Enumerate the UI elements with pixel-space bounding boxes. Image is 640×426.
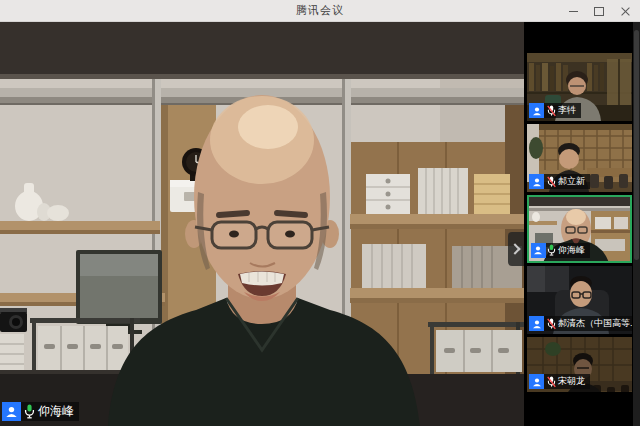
minimize-button[interactable] <box>560 0 586 22</box>
participant-3-name-tag: 仰海峰 <box>531 243 590 258</box>
minimize-icon <box>569 11 578 12</box>
chevron-right-icon <box>509 243 520 254</box>
main-video-scene <box>0 22 524 426</box>
person-icon <box>529 316 544 331</box>
mic-muted-icon <box>547 105 556 117</box>
person-icon <box>531 243 546 258</box>
main-video-tile[interactable]: 仰海峰 <box>0 22 524 426</box>
person-icon <box>529 374 544 389</box>
mic-muted-icon <box>547 176 556 188</box>
person-icon <box>2 402 21 421</box>
sidebar-scrollbar-thumb[interactable] <box>634 30 639 260</box>
maximize-icon <box>594 7 604 16</box>
mic-on-icon <box>549 246 556 256</box>
participant-tile-3[interactable]: 仰海峰 <box>527 195 632 263</box>
participant-tile-1[interactable]: 李牪 <box>527 53 632 121</box>
main-participant-name: 仰海峰 <box>38 403 74 420</box>
participant-5-name: 宋朝龙 <box>558 375 585 388</box>
main-name-tag: 仰海峰 <box>2 402 79 421</box>
participant-4-name: 郝清杰（中国高等... <box>558 317 632 330</box>
mic-on-icon <box>24 404 35 419</box>
sidebar-collapse-button[interactable] <box>508 232 524 266</box>
participants-sidebar: 李牪 <box>527 22 632 426</box>
sidebar-scrollbar[interactable] <box>633 22 640 426</box>
window-title: 腾讯会议 <box>296 3 344 18</box>
participant-tile-5[interactable]: 宋朝龙 <box>527 337 632 392</box>
participant-2-name: 郝立新 <box>558 175 585 188</box>
participant-tile-2[interactable]: 郝立新 <box>527 124 632 192</box>
maximize-button[interactable] <box>586 0 612 22</box>
participant-3-name: 仰海峰 <box>558 244 585 257</box>
mic-muted-icon <box>547 376 556 388</box>
participant-tile-4[interactable]: 郝清杰（中国高等... <box>527 266 632 334</box>
participant-1-name: 李牪 <box>558 104 576 117</box>
participant-4-name-tag: 郝清杰（中国高等... <box>529 316 632 331</box>
title-bar: 腾讯会议 <box>0 0 640 22</box>
person-icon <box>529 174 544 189</box>
participant-2-name-tag: 郝立新 <box>529 174 590 189</box>
mic-muted-icon <box>547 318 556 330</box>
close-button[interactable] <box>612 0 638 22</box>
participant-1-name-tag: 李牪 <box>529 103 581 118</box>
participant-5-name-tag: 宋朝龙 <box>529 374 590 389</box>
close-icon <box>621 7 630 16</box>
window-controls <box>560 0 638 22</box>
person-icon <box>529 103 544 118</box>
